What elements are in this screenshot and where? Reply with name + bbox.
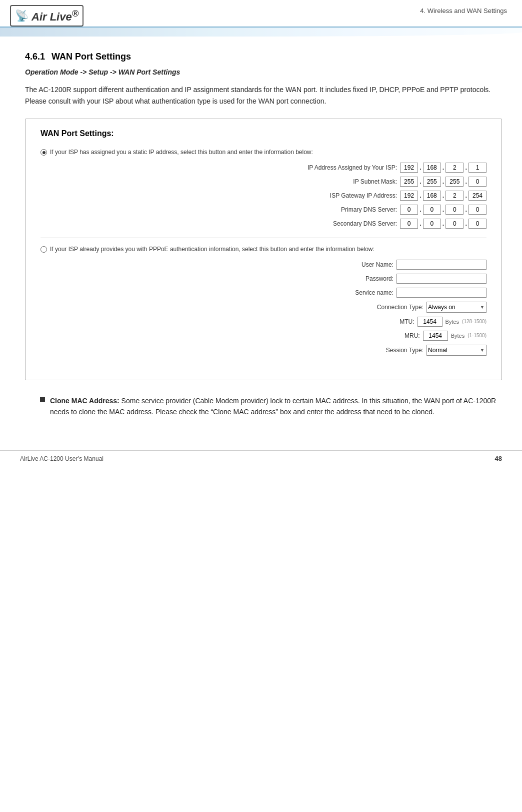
primary-dns-octet-4[interactable] [468, 205, 486, 215]
connection-type-select-wrapper: Always on On Demand Manual [426, 302, 486, 313]
static-ip-label: If your ISP has assigned you a static IP… [50, 148, 313, 157]
secondary-dns-octet-3[interactable] [446, 219, 464, 229]
ip-address-input-group: . . . [400, 163, 486, 173]
ip-address-row: IP Address Assigned by Your ISP: . . . [50, 163, 486, 173]
service-name-row: Service name: [50, 288, 486, 298]
reg-symbol: ® [72, 8, 79, 19]
antenna-icon: 📡 [15, 10, 28, 23]
session-type-row: Session Type: Normal Multilink [50, 345, 486, 356]
ip-octet-4[interactable] [468, 163, 486, 173]
bullet-item-clone-mac: Clone MAC Address: Some service provider… [40, 395, 502, 418]
secondary-dns-label: Secondary DNS Server: [297, 220, 397, 227]
mtu-bytes-range: (128-1500) [462, 319, 486, 324]
intro-text: The AC-1200R support different authentic… [25, 84, 502, 107]
ip-octet-1[interactable] [400, 163, 418, 173]
mtu-label: MTU: [314, 318, 414, 325]
ip-octet-3[interactable] [446, 163, 464, 173]
pppoe-radio[interactable] [40, 246, 47, 253]
connection-type-row: Connection Type: Always on On Demand Man… [50, 302, 486, 313]
ip-dot-3: . [465, 164, 467, 171]
primary-dns-octet-1[interactable] [400, 205, 418, 215]
logo-text: Air Live® [32, 8, 78, 24]
subnet-octet-1[interactable] [400, 177, 418, 187]
static-ip-section: If your ISP has assigned you a static IP… [40, 148, 486, 229]
gateway-dot-3: . [465, 192, 467, 199]
pppoe-radio-row: If your ISP already provides you with PP… [40, 245, 486, 254]
subnet-octet-2[interactable] [423, 177, 441, 187]
primary-dns-label: Primary DNS Server: [297, 206, 397, 213]
username-label: User Name: [294, 261, 394, 268]
gateway-dot-2: . [442, 192, 444, 199]
section-title: 4.6.1 WAN Port Settings [25, 52, 502, 62]
subnet-dot-3: . [465, 178, 467, 185]
session-type-label: Session Type: [324, 347, 424, 354]
static-ip-radio-row: If your ISP has assigned you a static IP… [40, 148, 486, 157]
primary-dns-input-group: . . . [400, 205, 486, 215]
service-name-label: Service name: [294, 289, 394, 296]
gateway-octet-1[interactable] [400, 191, 418, 201]
section-title-text: WAN Port Settings [52, 52, 131, 62]
ip-address-label: IP Address Assigned by Your ISP: [297, 164, 397, 171]
ip-dot-1: . [420, 164, 422, 171]
pppoe-label: If your ISP already provides you with PP… [50, 245, 374, 254]
mtu-input[interactable] [418, 317, 442, 327]
primary-dns-octet-3[interactable] [446, 205, 464, 215]
clone-mac-label: Clone MAC Address: [50, 397, 120, 405]
subnet-mask-row: IP Subnet Mask: . . . [50, 177, 486, 187]
page-header: 📡 Air Live® 4. Wireless and WAN Settings [0, 0, 522, 28]
subnet-octet-4[interactable] [468, 177, 486, 187]
mtu-input-group: Bytes (128-1500) [418, 317, 486, 327]
operation-mode-path: Operation Mode -> Setup -> WAN Port Sett… [25, 68, 502, 76]
connection-type-select[interactable]: Always on On Demand Manual [426, 302, 486, 313]
session-type-select[interactable]: Normal Multilink [426, 345, 486, 356]
chapter-title: 4. Wireless and WAN Settings [420, 5, 507, 15]
footer-page-number: 48 [495, 455, 502, 462]
username-input[interactable] [396, 260, 486, 270]
secondary-dns-row: Secondary DNS Server: . . . [50, 219, 486, 229]
static-ip-radio[interactable] [40, 149, 47, 156]
secondary-dns-input-group: . . . [400, 219, 486, 229]
mru-row: MRU: Bytes (1-1500) [50, 331, 486, 341]
gateway-octet-4[interactable] [468, 191, 486, 201]
username-row: User Name: [50, 260, 486, 270]
gateway-input-group: . . . [400, 191, 486, 201]
session-type-select-wrapper: Normal Multilink [426, 345, 486, 356]
section-number: 4.6.1 [25, 52, 45, 62]
secondary-dns-octet-4[interactable] [468, 219, 486, 229]
bullet-icon [40, 397, 45, 402]
sdns-dot-3: . [465, 220, 467, 227]
service-name-input[interactable] [396, 288, 486, 298]
main-content: 4.6.1 WAN Port Settings Operation Mode -… [0, 47, 522, 440]
header-wave [0, 28, 522, 37]
mtu-row: MTU: Bytes (128-1500) [50, 317, 486, 327]
pdns-dot-1: . [420, 206, 422, 213]
sdns-dot-1: . [420, 220, 422, 227]
password-label: Password: [294, 275, 394, 282]
ip-octet-2[interactable] [423, 163, 441, 173]
mru-label: MRU: [320, 332, 420, 339]
gateway-row: ISP Gateway IP Address: . . . [50, 191, 486, 201]
pppoe-form: User Name: Password: Service name: Conne… [40, 260, 486, 356]
subnet-mask-label: IP Subnet Mask: [297, 178, 397, 185]
bullet-section: Clone MAC Address: Some service provider… [25, 395, 502, 418]
primary-dns-octet-2[interactable] [423, 205, 441, 215]
gateway-octet-3[interactable] [446, 191, 464, 201]
settings-panel: WAN Port Settings: If your ISP has assig… [25, 119, 502, 380]
gateway-octet-2[interactable] [423, 191, 441, 201]
ip-dot-2: . [442, 164, 444, 171]
secondary-dns-octet-2[interactable] [423, 219, 441, 229]
subnet-input-group: . . . [400, 177, 486, 187]
subnet-dot-2: . [442, 178, 444, 185]
pdns-dot-3: . [465, 206, 467, 213]
static-ip-form: IP Address Assigned by Your ISP: . . . I… [40, 163, 486, 229]
page-footer: AirLive AC-1200 User’s Manual 48 [0, 450, 522, 466]
logo-box: 📡 Air Live® [10, 5, 84, 27]
mru-input-group: Bytes (1-1500) [423, 331, 486, 341]
footer-manual-name: AirLive AC-1200 User’s Manual [20, 455, 104, 462]
sdns-dot-2: . [442, 220, 444, 227]
secondary-dns-octet-1[interactable] [400, 219, 418, 229]
password-input[interactable] [396, 274, 486, 284]
mru-input[interactable] [423, 331, 448, 341]
subnet-octet-3[interactable] [446, 177, 464, 187]
mtu-bytes-label: Bytes [446, 319, 460, 325]
